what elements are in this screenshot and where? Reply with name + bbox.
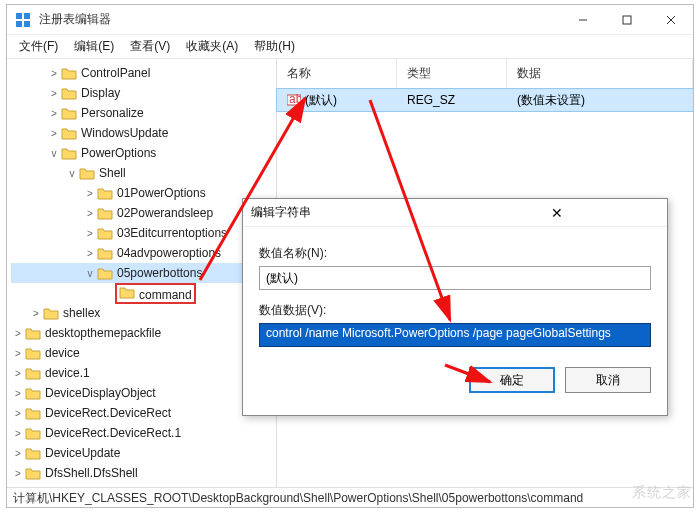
tree-view[interactable]: >ControlPanel>Display>Personalize>Window… xyxy=(7,59,277,487)
tree-item[interactable]: >DeviceRect.DeviceRect.1 xyxy=(11,423,276,443)
edit-string-dialog: 编辑字符串 ✕ 数值名称(N): 数值数据(V): control /name … xyxy=(242,198,668,416)
tree-item[interactable]: >Personalize xyxy=(11,103,276,123)
tree-item[interactable]: >02Powerandsleep xyxy=(11,203,276,223)
tree-item[interactable]: >04advpoweroptions xyxy=(11,243,276,263)
tree-item[interactable]: >DeviceUpdate xyxy=(11,443,276,463)
svg-rect-0 xyxy=(16,13,22,19)
app-icon xyxy=(15,12,31,28)
dialog-close-button[interactable]: ✕ xyxy=(455,205,659,221)
tree-item[interactable]: vShell xyxy=(11,163,276,183)
window-buttons xyxy=(561,5,693,35)
tree-item[interactable]: >desktopthemepackfile xyxy=(11,323,276,343)
watermark: 系统之家 xyxy=(632,484,692,502)
menu-file[interactable]: 文件(F) xyxy=(13,36,64,57)
tree-item[interactable]: >device xyxy=(11,343,276,363)
menu-edit[interactable]: 编辑(E) xyxy=(68,36,120,57)
tree-item[interactable]: vPowerOptions xyxy=(11,143,276,163)
dialog-title: 编辑字符串 xyxy=(251,204,455,221)
svg-text:ab: ab xyxy=(289,93,301,106)
tree-item[interactable]: >DeviceDisplayObject xyxy=(11,383,276,403)
tree-item[interactable]: >WindowsUpdate xyxy=(11,123,276,143)
svg-rect-1 xyxy=(24,13,30,19)
svg-rect-5 xyxy=(623,16,631,24)
menu-help[interactable]: 帮助(H) xyxy=(248,36,301,57)
col-header-type[interactable]: 类型 xyxy=(397,59,507,88)
value-data-label: 数值数据(V): xyxy=(259,302,651,319)
tree-item[interactable]: >DfsShell.DfsShell xyxy=(11,463,276,483)
menu-favorites[interactable]: 收藏夹(A) xyxy=(180,36,244,57)
value-data-input[interactable]: control /name Microsoft.PowerOptions /pa… xyxy=(259,323,651,347)
value-name-input[interactable] xyxy=(259,266,651,290)
minimize-button[interactable] xyxy=(561,5,605,35)
value-name-label: 数值名称(N): xyxy=(259,245,651,262)
dialog-buttons: 确定 取消 xyxy=(243,359,667,407)
tree-item[interactable]: >01PowerOptions xyxy=(11,183,276,203)
statusbar: 计算机\HKEY_CLASSES_ROOT\DesktopBackground\… xyxy=(7,487,693,507)
tree-item[interactable]: command xyxy=(11,283,276,303)
dialog-titlebar: 编辑字符串 ✕ xyxy=(243,199,667,227)
maximize-button[interactable] xyxy=(605,5,649,35)
tree-item[interactable]: >DeviceRect.DeviceRect xyxy=(11,403,276,423)
svg-rect-2 xyxy=(16,21,22,27)
tree-item[interactable]: >ControlPanel xyxy=(11,63,276,83)
tree-item[interactable]: >03Editcurrentoptions xyxy=(11,223,276,243)
list-row[interactable]: ab(默认)REG_SZ(数值未设置) xyxy=(277,89,693,111)
window-title: 注册表编辑器 xyxy=(39,11,561,28)
ok-button[interactable]: 确定 xyxy=(469,367,555,393)
titlebar: 注册表编辑器 xyxy=(7,5,693,35)
dialog-body: 数值名称(N): 数值数据(V): control /name Microsof… xyxy=(243,227,667,359)
list-header: 名称 类型 数据 xyxy=(277,59,693,89)
close-button[interactable] xyxy=(649,5,693,35)
menubar: 文件(F) 编辑(E) 查看(V) 收藏夹(A) 帮助(H) xyxy=(7,35,693,59)
tree-item[interactable]: >device.1 xyxy=(11,363,276,383)
list-rows: ab(默认)REG_SZ(数值未设置) xyxy=(277,89,693,111)
cancel-button[interactable]: 取消 xyxy=(565,367,651,393)
col-header-name[interactable]: 名称 xyxy=(277,59,397,88)
tree-item[interactable]: >shellex xyxy=(11,303,276,323)
svg-rect-3 xyxy=(24,21,30,27)
menu-view[interactable]: 查看(V) xyxy=(124,36,176,57)
tree-item[interactable]: >Display xyxy=(11,83,276,103)
col-header-data[interactable]: 数据 xyxy=(507,59,693,88)
tree-item[interactable]: v05powerbottons xyxy=(11,263,276,283)
